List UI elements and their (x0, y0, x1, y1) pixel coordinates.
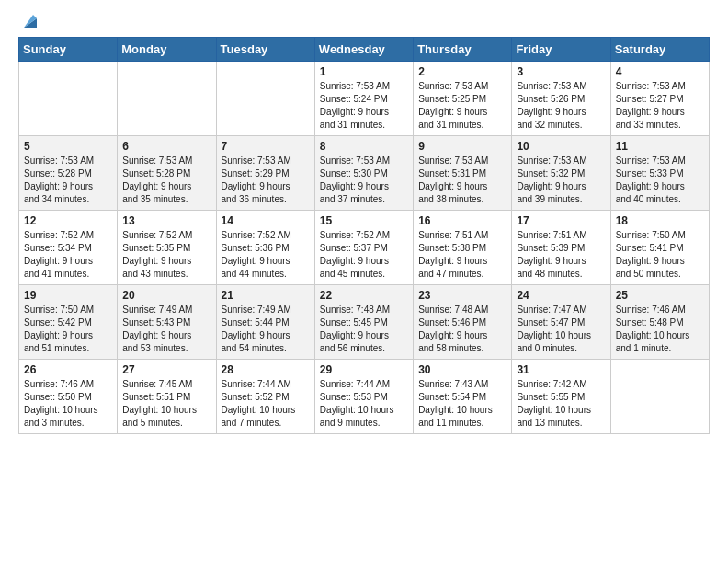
day-number: 12 (24, 214, 112, 227)
calendar-cell: 17Sunrise: 7:51 AM Sunset: 5:39 PM Dayli… (512, 211, 610, 285)
day-number: 5 (24, 140, 112, 153)
day-info: Sunrise: 7:42 AM Sunset: 5:55 PM Dayligh… (517, 378, 605, 430)
day-info: Sunrise: 7:52 AM Sunset: 5:34 PM Dayligh… (24, 229, 112, 281)
calendar-cell: 10Sunrise: 7:53 AM Sunset: 5:32 PM Dayli… (512, 136, 610, 211)
calendar-cell: 24Sunrise: 7:47 AM Sunset: 5:47 PM Dayli… (512, 285, 610, 360)
calendar-cell: 15Sunrise: 7:52 AM Sunset: 5:37 PM Dayli… (314, 211, 413, 285)
calendar-cell: 19Sunrise: 7:50 AM Sunset: 5:42 PM Dayli… (19, 285, 118, 360)
logo-icon (20, 11, 40, 31)
day-info: Sunrise: 7:52 AM Sunset: 5:37 PM Dayligh… (320, 229, 408, 281)
day-info: Sunrise: 7:51 AM Sunset: 5:39 PM Dayligh… (517, 229, 605, 281)
calendar-cell: 12Sunrise: 7:52 AM Sunset: 5:34 PM Dayli… (19, 211, 118, 285)
calendar-cell: 2Sunrise: 7:53 AM Sunset: 5:25 PM Daylig… (414, 62, 512, 136)
day-info: Sunrise: 7:50 AM Sunset: 5:42 PM Dayligh… (24, 304, 112, 355)
calendar-cell: 20Sunrise: 7:49 AM Sunset: 5:43 PM Dayli… (118, 285, 216, 360)
calendar-cell: 5Sunrise: 7:53 AM Sunset: 5:28 PM Daylig… (19, 136, 118, 211)
day-of-week-header: Tuesday (216, 38, 314, 62)
page: SundayMondayTuesdayWednesdayThursdayFrid… (0, 0, 728, 563)
day-info: Sunrise: 7:44 AM Sunset: 5:53 PM Dayligh… (320, 378, 408, 430)
day-number: 3 (517, 65, 605, 78)
day-info: Sunrise: 7:52 AM Sunset: 5:35 PM Dayligh… (122, 229, 210, 281)
calendar-cell: 16Sunrise: 7:51 AM Sunset: 5:38 PM Dayli… (414, 211, 512, 285)
day-number: 11 (616, 140, 704, 153)
day-number: 15 (320, 214, 408, 227)
calendar-cell: 6Sunrise: 7:53 AM Sunset: 5:28 PM Daylig… (118, 136, 216, 211)
day-number: 26 (24, 363, 112, 376)
day-of-week-header: Thursday (414, 38, 512, 62)
day-info: Sunrise: 7:53 AM Sunset: 5:25 PM Dayligh… (418, 80, 506, 132)
day-info: Sunrise: 7:49 AM Sunset: 5:44 PM Dayligh… (222, 304, 310, 355)
day-info: Sunrise: 7:51 AM Sunset: 5:38 PM Dayligh… (418, 229, 506, 281)
day-info: Sunrise: 7:53 AM Sunset: 5:26 PM Dayligh… (517, 80, 605, 132)
day-number: 20 (122, 289, 210, 302)
calendar-cell: 9Sunrise: 7:53 AM Sunset: 5:31 PM Daylig… (414, 136, 512, 211)
day-number: 27 (122, 363, 210, 376)
calendar-cell: 21Sunrise: 7:49 AM Sunset: 5:44 PM Dayli… (216, 285, 314, 360)
day-number: 1 (320, 65, 408, 78)
day-info: Sunrise: 7:53 AM Sunset: 5:33 PM Dayligh… (616, 155, 704, 206)
logo (18, 15, 40, 28)
day-info: Sunrise: 7:53 AM Sunset: 5:31 PM Dayligh… (418, 155, 506, 206)
day-number: 21 (222, 289, 310, 302)
day-number: 22 (320, 289, 408, 302)
day-info: Sunrise: 7:47 AM Sunset: 5:47 PM Dayligh… (517, 304, 605, 355)
calendar-table: SundayMondayTuesdayWednesdayThursdayFrid… (18, 37, 710, 434)
calendar-cell: 1Sunrise: 7:53 AM Sunset: 5:24 PM Daylig… (314, 62, 413, 136)
day-number: 10 (517, 140, 605, 153)
header (18, 15, 710, 28)
day-info: Sunrise: 7:45 AM Sunset: 5:51 PM Dayligh… (122, 378, 210, 430)
calendar-week-row: 19Sunrise: 7:50 AM Sunset: 5:42 PM Dayli… (19, 285, 710, 360)
day-info: Sunrise: 7:53 AM Sunset: 5:28 PM Dayligh… (24, 155, 112, 206)
day-number: 16 (418, 214, 506, 227)
day-number: 29 (320, 363, 408, 376)
day-info: Sunrise: 7:48 AM Sunset: 5:45 PM Dayligh… (320, 304, 408, 355)
day-info: Sunrise: 7:53 AM Sunset: 5:24 PM Dayligh… (320, 80, 408, 132)
day-info: Sunrise: 7:52 AM Sunset: 5:36 PM Dayligh… (222, 229, 310, 281)
day-number: 25 (616, 289, 704, 302)
calendar-cell: 30Sunrise: 7:43 AM Sunset: 5:54 PM Dayli… (414, 360, 512, 434)
calendar-cell (216, 62, 314, 136)
calendar-cell: 28Sunrise: 7:44 AM Sunset: 5:52 PM Dayli… (216, 360, 314, 434)
day-number: 19 (24, 289, 112, 302)
day-info: Sunrise: 7:48 AM Sunset: 5:46 PM Dayligh… (418, 304, 506, 355)
calendar-cell: 7Sunrise: 7:53 AM Sunset: 5:29 PM Daylig… (216, 136, 314, 211)
calendar-cell: 23Sunrise: 7:48 AM Sunset: 5:46 PM Dayli… (414, 285, 512, 360)
day-info: Sunrise: 7:43 AM Sunset: 5:54 PM Dayligh… (418, 378, 506, 430)
calendar-cell: 29Sunrise: 7:44 AM Sunset: 5:53 PM Dayli… (314, 360, 413, 434)
calendar-cell: 11Sunrise: 7:53 AM Sunset: 5:33 PM Dayli… (610, 136, 709, 211)
day-number: 9 (418, 140, 506, 153)
day-info: Sunrise: 7:49 AM Sunset: 5:43 PM Dayligh… (122, 304, 210, 355)
day-number: 2 (418, 65, 506, 78)
day-info: Sunrise: 7:53 AM Sunset: 5:29 PM Dayligh… (222, 155, 310, 206)
day-of-week-header: Friday (512, 38, 610, 62)
calendar-cell: 25Sunrise: 7:46 AM Sunset: 5:48 PM Dayli… (610, 285, 709, 360)
calendar-cell: 27Sunrise: 7:45 AM Sunset: 5:51 PM Dayli… (118, 360, 216, 434)
day-number: 18 (616, 214, 704, 227)
day-of-week-header: Saturday (610, 38, 709, 62)
calendar-cell: 14Sunrise: 7:52 AM Sunset: 5:36 PM Dayli… (216, 211, 314, 285)
calendar-week-row: 12Sunrise: 7:52 AM Sunset: 5:34 PM Dayli… (19, 211, 710, 285)
day-number: 23 (418, 289, 506, 302)
day-info: Sunrise: 7:53 AM Sunset: 5:27 PM Dayligh… (616, 80, 704, 132)
day-number: 24 (517, 289, 605, 302)
day-number: 14 (222, 214, 310, 227)
calendar-cell: 4Sunrise: 7:53 AM Sunset: 5:27 PM Daylig… (610, 62, 709, 136)
calendar-week-row: 5Sunrise: 7:53 AM Sunset: 5:28 PM Daylig… (19, 136, 710, 211)
day-info: Sunrise: 7:53 AM Sunset: 5:28 PM Dayligh… (122, 155, 210, 206)
calendar-cell (610, 360, 709, 434)
day-info: Sunrise: 7:44 AM Sunset: 5:52 PM Dayligh… (222, 378, 310, 430)
day-info: Sunrise: 7:50 AM Sunset: 5:41 PM Dayligh… (616, 229, 704, 281)
day-of-week-header: Monday (118, 38, 216, 62)
day-number: 28 (222, 363, 310, 376)
calendar-cell (118, 62, 216, 136)
calendar-week-row: 1Sunrise: 7:53 AM Sunset: 5:24 PM Daylig… (19, 62, 710, 136)
day-number: 6 (122, 140, 210, 153)
day-info: Sunrise: 7:53 AM Sunset: 5:30 PM Dayligh… (320, 155, 408, 206)
day-info: Sunrise: 7:46 AM Sunset: 5:50 PM Dayligh… (24, 378, 112, 430)
day-of-week-header: Wednesday (314, 38, 413, 62)
day-number: 4 (616, 65, 704, 78)
day-number: 7 (222, 140, 310, 153)
calendar-week-row: 26Sunrise: 7:46 AM Sunset: 5:50 PM Dayli… (19, 360, 710, 434)
calendar-cell: 18Sunrise: 7:50 AM Sunset: 5:41 PM Dayli… (610, 211, 709, 285)
calendar-cell: 13Sunrise: 7:52 AM Sunset: 5:35 PM Dayli… (118, 211, 216, 285)
